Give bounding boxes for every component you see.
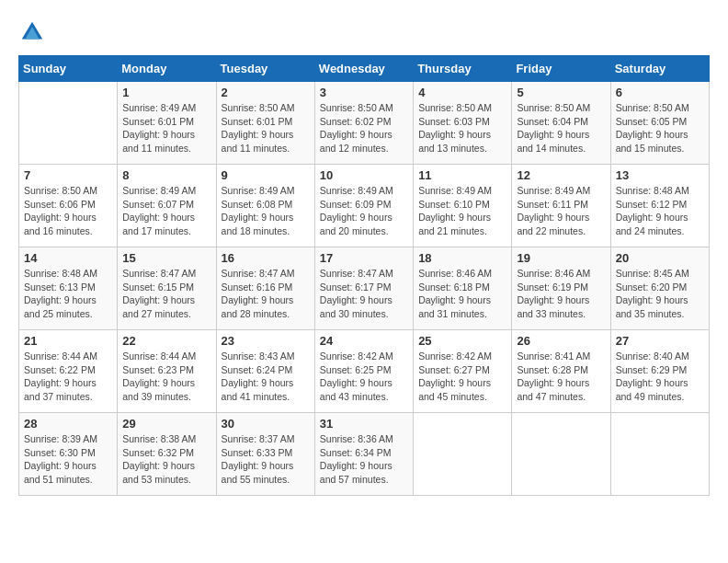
day-number: 26 xyxy=(517,334,605,348)
cell-info: Sunrise: 8:49 AMSunset: 6:08 PMDaylight:… xyxy=(222,184,310,238)
cell-info: Sunrise: 8:50 AMSunset: 6:03 PMDaylight:… xyxy=(418,101,506,155)
calendar-cell: 26Sunrise: 8:41 AMSunset: 6:28 PMDayligh… xyxy=(512,330,610,413)
calendar-cell: 29Sunrise: 8:38 AMSunset: 6:32 PMDayligh… xyxy=(118,413,216,496)
calendar-cell xyxy=(512,413,610,496)
cell-info: Sunrise: 8:49 AMSunset: 6:01 PMDaylight:… xyxy=(122,101,210,155)
day-number: 7 xyxy=(24,168,112,182)
day-number: 5 xyxy=(517,86,605,99)
day-number: 29 xyxy=(122,417,210,431)
cell-info: Sunrise: 8:46 AMSunset: 6:19 PMDaylight:… xyxy=(517,267,605,321)
calendar-cell: 19Sunrise: 8:46 AMSunset: 6:19 PMDayligh… xyxy=(512,247,610,330)
weekday-header-wednesday: Wednesday xyxy=(314,56,413,82)
calendar-cell: 9Sunrise: 8:49 AMSunset: 6:08 PMDaylight… xyxy=(216,165,314,247)
calendar-week-row: 28Sunrise: 8:39 AMSunset: 6:30 PMDayligh… xyxy=(19,413,710,496)
cell-info: Sunrise: 8:49 AMSunset: 6:11 PMDaylight:… xyxy=(517,184,605,238)
calendar-cell: 11Sunrise: 8:49 AMSunset: 6:10 PMDayligh… xyxy=(414,165,512,247)
cell-info: Sunrise: 8:42 AMSunset: 6:25 PMDaylight:… xyxy=(320,350,408,404)
cell-info: Sunrise: 8:50 AMSunset: 6:02 PMDaylight:… xyxy=(320,101,408,155)
calendar-cell: 20Sunrise: 8:45 AMSunset: 6:20 PMDayligh… xyxy=(610,247,709,330)
cell-info: Sunrise: 8:47 AMSunset: 6:17 PMDaylight:… xyxy=(320,267,408,321)
day-number: 4 xyxy=(418,86,506,99)
calendar-cell: 31Sunrise: 8:36 AMSunset: 6:34 PMDayligh… xyxy=(314,413,413,496)
weekday-header-saturday: Saturday xyxy=(610,56,709,82)
calendar-cell: 30Sunrise: 8:37 AMSunset: 6:33 PMDayligh… xyxy=(216,413,314,496)
weekday-header-friday: Friday xyxy=(512,56,610,82)
day-number: 10 xyxy=(320,168,408,182)
logo-icon xyxy=(18,18,46,46)
calendar-cell: 6Sunrise: 8:50 AMSunset: 6:05 PMDaylight… xyxy=(610,82,709,165)
weekday-header-tuesday: Tuesday xyxy=(216,56,314,82)
cell-info: Sunrise: 8:49 AMSunset: 6:09 PMDaylight:… xyxy=(320,184,408,238)
calendar-cell: 23Sunrise: 8:43 AMSunset: 6:24 PMDayligh… xyxy=(216,330,314,413)
cell-info: Sunrise: 8:50 AMSunset: 6:06 PMDaylight:… xyxy=(24,184,112,238)
cell-info: Sunrise: 8:44 AMSunset: 6:22 PMDaylight:… xyxy=(24,350,112,404)
calendar-cell: 21Sunrise: 8:44 AMSunset: 6:22 PMDayligh… xyxy=(19,330,118,413)
day-number: 21 xyxy=(24,334,112,348)
calendar-week-row: 21Sunrise: 8:44 AMSunset: 6:22 PMDayligh… xyxy=(19,330,710,413)
cell-info: Sunrise: 8:47 AMSunset: 6:16 PMDaylight:… xyxy=(222,267,310,321)
calendar-cell: 15Sunrise: 8:47 AMSunset: 6:15 PMDayligh… xyxy=(118,247,216,330)
day-number: 31 xyxy=(320,417,408,431)
cell-info: Sunrise: 8:47 AMSunset: 6:15 PMDaylight:… xyxy=(122,267,210,321)
day-number: 22 xyxy=(122,334,210,348)
day-number: 3 xyxy=(320,86,408,99)
calendar-cell: 8Sunrise: 8:49 AMSunset: 6:07 PMDaylight… xyxy=(118,165,216,247)
calendar-table: SundayMondayTuesdayWednesdayThursdayFrid… xyxy=(18,55,710,496)
day-number: 15 xyxy=(122,251,210,265)
logo xyxy=(18,18,50,46)
day-number: 23 xyxy=(222,334,310,348)
calendar-cell: 3Sunrise: 8:50 AMSunset: 6:02 PMDaylight… xyxy=(314,82,413,165)
cell-info: Sunrise: 8:49 AMSunset: 6:10 PMDaylight:… xyxy=(418,184,506,238)
day-number: 25 xyxy=(418,334,506,348)
calendar-cell xyxy=(19,82,118,165)
cell-info: Sunrise: 8:44 AMSunset: 6:23 PMDaylight:… xyxy=(122,350,210,404)
day-number: 8 xyxy=(122,168,210,182)
day-number: 20 xyxy=(616,251,704,265)
cell-info: Sunrise: 8:45 AMSunset: 6:20 PMDaylight:… xyxy=(616,267,704,321)
calendar-cell: 28Sunrise: 8:39 AMSunset: 6:30 PMDayligh… xyxy=(19,413,118,496)
day-number: 13 xyxy=(616,168,704,182)
cell-info: Sunrise: 8:43 AMSunset: 6:24 PMDaylight:… xyxy=(222,350,310,404)
day-number: 1 xyxy=(122,86,210,99)
calendar-cell: 17Sunrise: 8:47 AMSunset: 6:17 PMDayligh… xyxy=(314,247,413,330)
cell-info: Sunrise: 8:39 AMSunset: 6:30 PMDaylight:… xyxy=(24,432,112,487)
cell-info: Sunrise: 8:36 AMSunset: 6:34 PMDaylight:… xyxy=(320,432,408,487)
calendar-cell: 25Sunrise: 8:42 AMSunset: 6:27 PMDayligh… xyxy=(414,330,512,413)
calendar-cell: 24Sunrise: 8:42 AMSunset: 6:25 PMDayligh… xyxy=(314,330,413,413)
day-number: 6 xyxy=(616,86,704,99)
cell-info: Sunrise: 8:40 AMSunset: 6:29 PMDaylight:… xyxy=(616,350,704,404)
calendar-cell: 18Sunrise: 8:46 AMSunset: 6:18 PMDayligh… xyxy=(414,247,512,330)
calendar-cell: 27Sunrise: 8:40 AMSunset: 6:29 PMDayligh… xyxy=(610,330,709,413)
calendar-cell: 2Sunrise: 8:50 AMSunset: 6:01 PMDaylight… xyxy=(216,82,314,165)
calendar-body: 1Sunrise: 8:49 AMSunset: 6:01 PMDaylight… xyxy=(19,82,710,496)
day-number: 14 xyxy=(24,251,112,265)
cell-info: Sunrise: 8:48 AMSunset: 6:13 PMDaylight:… xyxy=(24,267,112,321)
day-number: 9 xyxy=(222,168,310,182)
weekday-row: SundayMondayTuesdayWednesdayThursdayFrid… xyxy=(19,56,710,82)
calendar-cell: 5Sunrise: 8:50 AMSunset: 6:04 PMDaylight… xyxy=(512,82,610,165)
cell-info: Sunrise: 8:48 AMSunset: 6:12 PMDaylight:… xyxy=(616,184,704,238)
day-number: 30 xyxy=(222,417,310,431)
calendar-header: SundayMondayTuesdayWednesdayThursdayFrid… xyxy=(19,56,710,82)
calendar-cell: 7Sunrise: 8:50 AMSunset: 6:06 PMDaylight… xyxy=(19,165,118,247)
day-number: 28 xyxy=(24,417,112,431)
day-number: 27 xyxy=(616,334,704,348)
calendar-cell: 13Sunrise: 8:48 AMSunset: 6:12 PMDayligh… xyxy=(610,165,709,247)
cell-info: Sunrise: 8:37 AMSunset: 6:33 PMDaylight:… xyxy=(222,432,310,487)
cell-info: Sunrise: 8:38 AMSunset: 6:32 PMDaylight:… xyxy=(122,432,210,487)
cell-info: Sunrise: 8:46 AMSunset: 6:18 PMDaylight:… xyxy=(418,267,506,321)
cell-info: Sunrise: 8:49 AMSunset: 6:07 PMDaylight:… xyxy=(122,184,210,238)
day-number: 11 xyxy=(418,168,506,182)
day-number: 12 xyxy=(517,168,605,182)
cell-info: Sunrise: 8:42 AMSunset: 6:27 PMDaylight:… xyxy=(418,350,506,404)
calendar-cell: 22Sunrise: 8:44 AMSunset: 6:23 PMDayligh… xyxy=(118,330,216,413)
day-number: 17 xyxy=(320,251,408,265)
calendar-cell: 14Sunrise: 8:48 AMSunset: 6:13 PMDayligh… xyxy=(19,247,118,330)
calendar-cell: 10Sunrise: 8:49 AMSunset: 6:09 PMDayligh… xyxy=(314,165,413,247)
day-number: 19 xyxy=(517,251,605,265)
calendar-week-row: 1Sunrise: 8:49 AMSunset: 6:01 PMDaylight… xyxy=(19,82,710,165)
calendar-cell xyxy=(414,413,512,496)
cell-info: Sunrise: 8:50 AMSunset: 6:04 PMDaylight:… xyxy=(517,101,605,155)
cell-info: Sunrise: 8:50 AMSunset: 6:05 PMDaylight:… xyxy=(616,101,704,155)
calendar-week-row: 7Sunrise: 8:50 AMSunset: 6:06 PMDaylight… xyxy=(19,165,710,247)
